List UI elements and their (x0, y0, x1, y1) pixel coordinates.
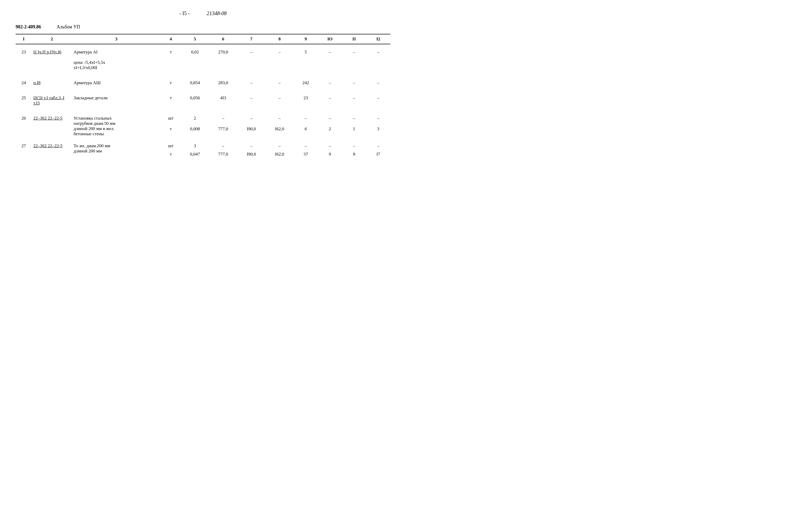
cell-col12: – (366, 90, 390, 107)
cell-col6: – (209, 138, 237, 150)
cell-col5: 0,008 (181, 125, 209, 135)
table-header-row: I 2 3 4 5 6 7 8 9 IO II I2 (16, 34, 390, 44)
document-id: 21348-08 (207, 10, 227, 16)
cell-col4: шт (161, 110, 181, 125)
cell-col7: – (237, 90, 265, 107)
cell-description: Установка стальныхпатрубков диам.50 ммдл… (72, 110, 161, 138)
col-header-3: 3 (72, 34, 161, 44)
doc-header: 902-2-409.86 Альбом УП (16, 24, 390, 30)
cell-col11: 8 (342, 150, 366, 158)
cell-col11: – (342, 90, 366, 107)
cell-col12: – (366, 44, 390, 72)
cell-col10: 2 (318, 125, 342, 135)
cell-col12: – (366, 110, 390, 125)
page-header: - I5 - 21348-08 (16, 10, 390, 17)
cell-ref: п.I8 (32, 75, 72, 87)
cell-col7: – (237, 75, 265, 87)
cell-col10: – (318, 44, 342, 72)
cell-col6: 777,0 (209, 150, 237, 158)
table-row: 2622–362 22–22-5Установка стальныхпатруб… (16, 110, 390, 125)
cell-col8: I62,0 (265, 150, 293, 158)
col-header-4: 4 (161, 34, 181, 44)
doc-number: 902-2-409.86 (16, 24, 41, 30)
table-row: 24п.I8Арматура АШт0,854283,0––242––– (16, 75, 390, 87)
col-header-1: I (16, 34, 32, 44)
doc-album: Альбом УП (57, 24, 80, 30)
cell-description: Арматура АIцена: /5,4xI+5,5xxI+I,3/x0,00… (72, 44, 161, 72)
col-header-10: IO (318, 34, 342, 44)
cell-col4: т (161, 44, 181, 72)
cell-col4: т (161, 125, 181, 135)
cell-col8: – (265, 110, 293, 125)
col-header-7: 7 (237, 34, 265, 44)
cell-col12: 3 (366, 125, 390, 135)
cell-col9: 6 (294, 125, 318, 135)
cell-col8: – (265, 90, 293, 107)
cell-col11: I (342, 125, 366, 135)
cell-description: То же, диам.200 ммдлиной 200 мм (72, 138, 161, 162)
cell-description: Арматура АШ (72, 75, 161, 87)
col-header-9: 9 (294, 34, 318, 44)
cell-col6: 283,0 (209, 75, 237, 87)
cell-col6: 270,0 (209, 44, 237, 72)
cell-col5: 2 (181, 110, 209, 125)
cell-col7: – (237, 44, 265, 72)
cell-ref: 22–362 22–22-5 (32, 110, 72, 138)
cell-row-num: 23 (16, 44, 32, 72)
col-header-11: II (342, 34, 366, 44)
cell-row-num: 24 (16, 75, 32, 87)
table-row: 23Ц Iч.П р.IУп.I6Арматура АIцена: /5,4xI… (16, 44, 390, 72)
cell-col12: I7 (366, 150, 390, 158)
cell-col8: I62,0 (265, 125, 293, 135)
cell-col7: I90,0 (237, 150, 265, 158)
cell-col10: – (318, 110, 342, 125)
cell-row-num: 27 (16, 138, 32, 162)
cell-col5: 3 (181, 138, 209, 150)
col-header-12: I2 (366, 34, 390, 44)
table-row: 25ЦСЦ т.I табл.3–I т.I3Закладные деталит… (16, 90, 390, 107)
cell-col9: – (294, 138, 318, 150)
cell-ref: 22–362 22–22-5 (32, 138, 72, 162)
cell-col12: – (366, 75, 390, 87)
cell-description: Закладные детали (72, 90, 161, 107)
cell-col9: 23 (294, 90, 318, 107)
cell-col11: – (342, 75, 366, 87)
cell-col10: – (318, 90, 342, 107)
cell-col4: т (161, 90, 181, 107)
col-header-6: 6 (209, 34, 237, 44)
cell-col8: – (265, 138, 293, 150)
cell-col6: – (209, 110, 237, 125)
cell-row-num: 25 (16, 90, 32, 107)
cell-col9: – (294, 110, 318, 125)
cell-col7: – (237, 138, 265, 150)
cell-col4: шт (161, 138, 181, 150)
col-header-5: 5 (181, 34, 209, 44)
cell-col5: 0,056 (181, 90, 209, 107)
col-header-8: 8 (265, 34, 293, 44)
table-row: 2722–362 22–22-5То же, диам.200 ммдлиной… (16, 138, 390, 150)
cell-col9: 242 (294, 75, 318, 87)
page-number-label: - I5 - (179, 10, 190, 16)
main-table: I 2 3 4 5 6 7 8 9 IO II I2 23Ц Iч.П р.IУ… (16, 34, 390, 162)
cell-col6: 777,0 (209, 125, 237, 135)
cell-row-num: 26 (16, 110, 32, 138)
cell-col10: – (318, 75, 342, 87)
cell-col9: 5 (294, 44, 318, 72)
cell-col7: I90,0 (237, 125, 265, 135)
cell-col4: т (161, 75, 181, 87)
cell-col12: – (366, 138, 390, 150)
cell-col6: 4I3 (209, 90, 237, 107)
cell-col4: т (161, 150, 181, 158)
cell-col9: 37 (294, 150, 318, 158)
cell-col10: – (318, 138, 342, 150)
cell-ref: ЦСЦ т.I табл.3–I т.I3 (32, 90, 72, 107)
cell-col8: – (265, 75, 293, 87)
cell-col5: 0,047 (181, 150, 209, 158)
cell-col10: 9 (318, 150, 342, 158)
cell-ref: Ц Iч.П р.IУп.I6 (32, 44, 72, 72)
cell-col11: – (342, 110, 366, 125)
cell-col5: 0,02 (181, 44, 209, 72)
cell-col8: – (265, 44, 293, 72)
col-header-2: 2 (32, 34, 72, 44)
cell-col7: – (237, 110, 265, 125)
